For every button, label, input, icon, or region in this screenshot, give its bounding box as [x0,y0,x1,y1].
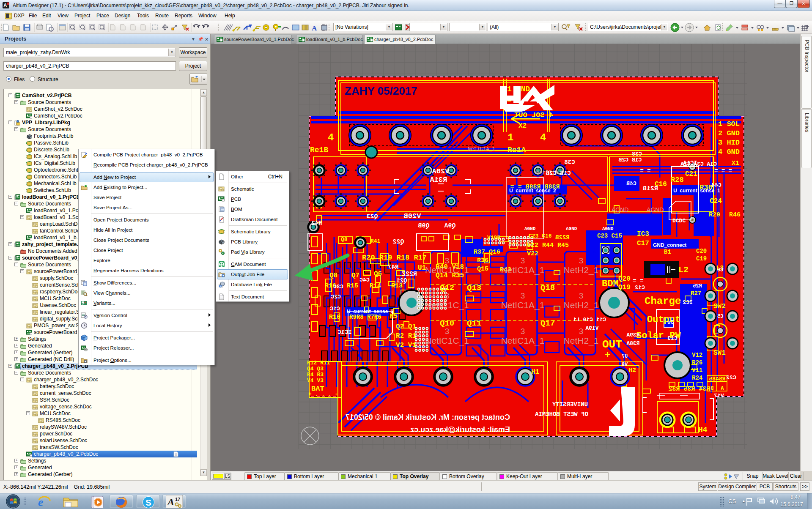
svg-text:A: A [721,386,724,391]
svg-text:IC2: IC2 [683,299,693,306]
svg-text:Q4 Q3: Q4 Q3 [307,366,324,372]
svg-text:C21: C21 [685,170,697,178]
svg-text:R31A: R31A [430,176,447,184]
svg-text:B: B [710,386,713,391]
svg-text:RS485: RS485 [709,376,725,382]
svg-text:B1: B1 [664,249,671,255]
svg-text:4: 4 [328,132,334,143]
svg-text:R41: R41 [370,238,381,244]
svg-text:OF WEST BOHEMIA: OF WEST BOHEMIA [535,411,588,418]
svg-text:R34 R35 R32: R34 R35 R32 [668,386,710,393]
svg-text:H4: H4 [698,426,708,434]
svg-text:R29: R29 [709,211,720,219]
svg-text:C23 C16: C23 C16 [529,233,552,239]
svg-text:SW2: SW2 [713,303,726,310]
svg-text:Q15: Q15 [477,265,488,273]
svg-text:Q11: Q11 [467,319,481,328]
svg-text:C1C: C1C [330,306,340,312]
svg-text:R2 R1: R2 R1 [396,332,416,340]
svg-text:A: A [312,24,317,32]
svg-text:C5: C5 [717,314,723,320]
svg-text:R42: R42 [311,220,322,227]
svg-text:R9R8 R7R6: R9R8 R7R6 [349,314,381,320]
svg-text:Q18: Q18 [540,283,555,293]
svg-text:OUT: OUT [602,338,622,351]
svg-text:R21B: R21B [643,185,658,192]
svg-text:C38: C38 [564,159,575,166]
svg-text:C6: C6 [717,267,723,273]
svg-text:C1B C2B: C1B C2B [618,157,642,163]
svg-text:Q8: Q8 [341,236,348,243]
svg-text:NetH2_1: NetH2_1 [564,265,599,275]
svg-text:C12: C12 [635,285,645,291]
svg-text:Q6: Q6 [374,270,382,278]
svg-text:C2C: C2C [331,294,341,300]
svg-text:R39A: R39A [626,332,639,338]
svg-text:NetH2_1: NetH2_1 [564,336,599,346]
svg-text:C23 C15: C23 C15 [597,233,622,239]
svg-text:Q22: Q22 [392,238,404,246]
svg-text:V2 V1: V2 V1 [396,342,416,349]
svg-text:NetIC1A_1: NetIC1A_1 [501,336,545,346]
svg-text:C19: C19 [696,255,707,262]
svg-text:R24: R24 [692,375,702,381]
svg-text:2 GND: 2 GND [718,129,740,137]
svg-text:NetIC1C_1: NetIC1C_1 [425,336,469,346]
svg-text:R37 Q16: R37 Q16 [474,249,500,256]
svg-text:3: 3 [445,327,450,336]
svg-text:R25: R25 [693,283,702,289]
svg-text:Output: Output [647,315,680,325]
svg-text:C17: C17 [637,240,649,247]
svg-text:R28: R28 [671,176,684,184]
svg-text:A: A [3,3,7,8]
svg-text:Contact person: Mr. Kosturik K: Contact person: Mr. Kosturik Kamil © 05/… [346,413,510,421]
svg-text:3 HID: 3 HID [718,139,740,147]
svg-text:AGND: AGND [612,206,628,213]
svg-text:IC1C: IC1C [337,329,352,336]
svg-text:V19B: V19B [487,235,500,241]
svg-text:Charge: Charge [645,296,681,307]
svg-text:R10: R10 [329,314,340,321]
svg-text:U_current_sense_1: U_current_sense_1 [673,188,720,194]
svg-text:R38A: R38A [626,340,639,347]
svg-text:4 GND: 4 GND [718,148,740,156]
svg-text:R27: R27 [691,290,701,297]
svg-text:3: 3 [521,327,525,336]
svg-text:Q17: Q17 [540,319,555,328]
svg-text:NetIC1A_1: NetIC1A_1 [468,146,495,152]
svg-text:C38: C38 [632,151,642,157]
svg-text:UNIVERSITY: UNIVERSITY [552,401,588,408]
svg-text:4 SOL OUT: 4 SOL OUT [514,111,553,119]
svg-text:3: 3 [445,291,450,300]
svg-text:Q21: Q21 [396,277,407,284]
svg-text:IC3: IC3 [637,230,649,238]
svg-text:R12 R11: R12 R11 [307,360,330,366]
svg-text:X2: X2 [518,122,527,130]
svg-text:R38B R39B = =: R38B R39B = = [510,183,560,191]
svg-text:17: 17 [175,497,180,502]
svg-text:3: 3 [521,256,525,265]
svg-text:DCDC: DCDC [672,218,686,224]
svg-text:C13: C13 [667,335,678,342]
svg-text:R14: R14 [370,282,381,290]
svg-text:R22Z: R22Z [402,271,417,278]
svg-text:Re1A: Re1A [508,146,526,154]
svg-text:Email: kosturik@kae.zcu.cz: Email: kosturik@kae.zcu.cz [410,425,510,434]
svg-text:R22B: R22B [555,234,570,241]
svg-text:R46: R46 [729,211,741,219]
svg-text:3: 3 [579,256,584,265]
svg-text:Q13: Q13 [467,283,481,293]
svg-text:V20B: V20B [404,212,421,220]
svg-text:uC: uC [667,319,674,325]
svg-text:NetIC1C_1: NetIC1C_1 [425,265,469,275]
svg-text:= = =: = = = [714,167,732,174]
svg-text:AGND: AGND [524,226,536,231]
svg-text:V19A: V19A [585,325,598,331]
svg-text:R4 R3: R4 R3 [307,372,324,378]
svg-text:Q2 Q1: Q2 Q1 [396,323,416,331]
svg-text:ZAHY 05/2017: ZAHY 05/2017 [345,85,417,97]
svg-text:3: 3 [521,291,525,300]
svg-text:V4 V3: V4 V3 [307,378,324,384]
svg-text:3: 3 [579,327,584,336]
svg-text:V12: V12 [692,352,702,358]
